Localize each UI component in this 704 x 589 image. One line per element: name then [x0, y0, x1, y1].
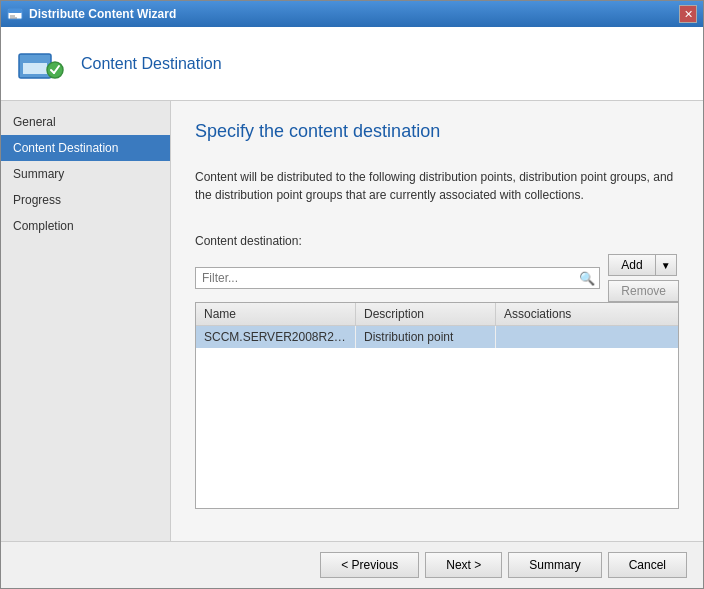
column-associations: Associations — [496, 303, 626, 325]
search-icon: 🔍 — [579, 271, 595, 286]
content-table: Name Description Associations SCCM.SERVE… — [195, 302, 679, 509]
table-header: Name Description Associations — [196, 303, 678, 326]
description-text: Content will be distributed to the follo… — [195, 158, 679, 214]
sidebar-item-progress[interactable]: Progress — [1, 187, 170, 213]
sidebar-item-general[interactable]: General — [1, 109, 170, 135]
column-name: Name — [196, 303, 356, 325]
summary-button[interactable]: Summary — [508, 552, 601, 578]
title-bar-text: Distribute Content Wizard — [29, 7, 176, 21]
filter-row: 🔍 Add ▼ Remove — [195, 254, 679, 302]
previous-button[interactable]: < Previous — [320, 552, 419, 578]
table-row[interactable]: SCCM.SERVER2008R2.... Distribution point — [196, 326, 678, 348]
cell-name: SCCM.SERVER2008R2.... — [196, 326, 356, 348]
cancel-button[interactable]: Cancel — [608, 552, 687, 578]
svg-rect-1 — [8, 9, 22, 13]
content-area: General Content Destination Summary Prog… — [1, 101, 703, 541]
title-bar-left: Distribute Content Wizard — [7, 6, 176, 22]
sidebar: General Content Destination Summary Prog… — [1, 101, 171, 541]
footer: < Previous Next > Summary Cancel — [1, 541, 703, 588]
sidebar-item-content-destination[interactable]: Content Destination — [1, 135, 170, 161]
filter-input[interactable] — [196, 268, 599, 288]
cell-associations — [496, 326, 626, 348]
button-col: Add ▼ Remove — [608, 254, 679, 302]
sidebar-item-completion[interactable]: Completion — [1, 213, 170, 239]
title-bar: Distribute Content Wizard ✕ — [1, 1, 703, 27]
main-content: Specify the content destination Content … — [171, 101, 703, 541]
sidebar-item-summary[interactable]: Summary — [1, 161, 170, 187]
wizard-icon — [7, 6, 23, 22]
page-title: Specify the content destination — [195, 121, 679, 142]
svg-rect-6 — [23, 58, 47, 63]
close-button[interactable]: ✕ — [679, 5, 697, 23]
filter-input-wrap: 🔍 — [195, 267, 600, 289]
header-icon — [17, 40, 65, 88]
header-title: Content Destination — [81, 55, 222, 73]
header-area: Content Destination — [1, 27, 703, 101]
remove-button[interactable]: Remove — [608, 280, 679, 302]
wizard-window: Distribute Content Wizard ✕ Content Dest… — [0, 0, 704, 589]
table-empty-area — [196, 348, 678, 508]
next-button[interactable]: Next > — [425, 552, 502, 578]
column-description: Description — [356, 303, 496, 325]
section-label: Content destination: — [195, 234, 679, 248]
add-button[interactable]: Add — [608, 254, 654, 276]
add-button-wrap: Add ▼ — [608, 254, 679, 276]
cell-description: Distribution point — [356, 326, 496, 348]
add-dropdown-button[interactable]: ▼ — [655, 254, 677, 276]
